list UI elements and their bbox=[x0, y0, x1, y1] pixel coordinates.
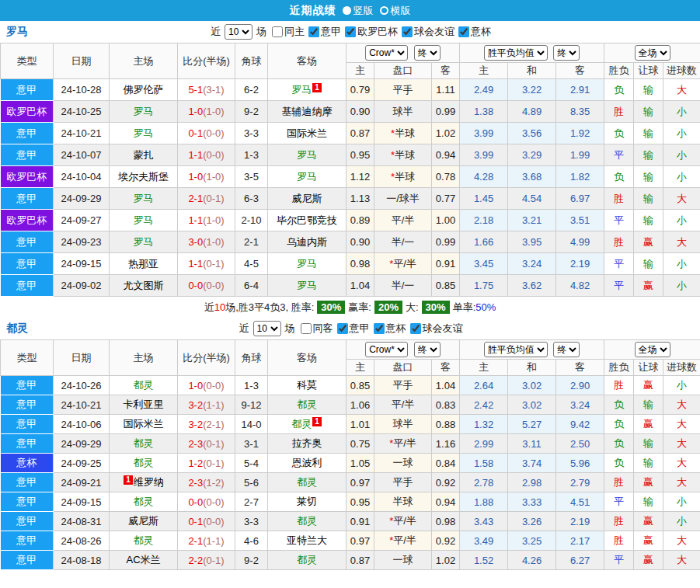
league-filter-checkbox[interactable]: 意甲 bbox=[337, 322, 370, 336]
away-team-name[interactable]: 罗马 bbox=[297, 149, 317, 161]
layout-radio-horizontal[interactable]: 横版 bbox=[380, 4, 411, 18]
odds-time-select[interactable]: 终 bbox=[414, 45, 441, 61]
handicap-line: 半球 bbox=[374, 492, 432, 512]
away-team-name[interactable]: 都灵 bbox=[297, 554, 317, 565]
summary-segment: 赢率: bbox=[348, 301, 371, 315]
league-filter-checkbox-input[interactable] bbox=[308, 26, 319, 37]
league-filter-checkbox-input[interactable] bbox=[402, 26, 413, 37]
mean-time-select[interactable]: 终 bbox=[553, 45, 580, 61]
home-team-name[interactable]: 热那亚 bbox=[128, 258, 158, 270]
away-team-name[interactable]: 乌迪内斯 bbox=[287, 236, 327, 248]
away-odds: 1.16 bbox=[432, 434, 460, 454]
away-team-name[interactable]: 亚特兰大 bbox=[287, 534, 327, 546]
home-team-name[interactable]: 都灵 bbox=[134, 379, 154, 391]
match-count-select[interactable]: 10 bbox=[253, 321, 281, 336]
home-team-name[interactable]: 佛罗伦萨 bbox=[124, 84, 164, 96]
result-outcome: 胜 bbox=[604, 376, 634, 395]
home-team-name[interactable]: AC米兰 bbox=[126, 554, 160, 565]
away-odds: 1.00 bbox=[432, 210, 460, 231]
mean-time-select[interactable]: 终 bbox=[553, 342, 580, 357]
col-home: 主场 bbox=[110, 340, 178, 376]
mean-type-select[interactable]: 胜平负均值 bbox=[484, 45, 548, 61]
league-filter-checkbox-input[interactable] bbox=[374, 323, 385, 334]
league-filter-checkbox[interactable]: 球会友谊 bbox=[410, 322, 463, 336]
radio-label[interactable]: 竖版 bbox=[353, 4, 374, 18]
radio-label[interactable]: 横版 bbox=[391, 4, 411, 18]
mean-home: 2.18 bbox=[460, 210, 508, 231]
same-venue-checkbox-input[interactable] bbox=[272, 26, 283, 37]
home-team-name[interactable]: 都灵 bbox=[134, 496, 154, 507]
scope-select[interactable]: 全场 bbox=[635, 342, 670, 357]
games-label: 场 bbox=[285, 322, 295, 336]
away-team-cell: 罗马 bbox=[268, 144, 347, 166]
mean-home: 1.32 bbox=[460, 415, 508, 434]
home-team-name[interactable]: 卡利亚里 bbox=[124, 398, 164, 410]
home-team-name[interactable]: 都灵 bbox=[134, 534, 154, 546]
away-team-name[interactable]: 都灵 bbox=[297, 515, 317, 527]
league-filter-checkbox-input[interactable] bbox=[345, 26, 356, 37]
col-type: 类型 bbox=[1, 340, 54, 376]
scope-select[interactable]: 全场 bbox=[635, 45, 670, 61]
away-team-name[interactable]: 都灵 bbox=[297, 398, 317, 410]
odds-time-select[interactable]: 终 bbox=[414, 342, 441, 357]
same-venue-checkbox-input[interactable] bbox=[301, 323, 312, 334]
away-team-name[interactable]: 罗马 bbox=[297, 258, 317, 270]
home-team-cell: 罗马 bbox=[110, 210, 178, 231]
home-team-name[interactable]: 维罗纳 bbox=[134, 476, 164, 488]
away-team-cell: 都灵 bbox=[268, 395, 347, 415]
radio-selected-icon[interactable] bbox=[343, 6, 351, 15]
match-row: 意甲24-10-21卡利亚里3-2(1-1)9-12都灵1.06平/半0.832… bbox=[1, 395, 700, 415]
home-team-name[interactable]: 威尼斯 bbox=[128, 515, 158, 527]
odds-company-select[interactable]: Crow* bbox=[365, 45, 408, 61]
away-team-name[interactable]: 科莫 bbox=[297, 379, 317, 391]
result-outcome: 胜 bbox=[604, 531, 634, 551]
away-team-name[interactable]: 罗马 bbox=[291, 84, 312, 96]
league-filter-checkbox-input[interactable] bbox=[410, 323, 421, 334]
home-team-name[interactable]: 国际米兰 bbox=[124, 418, 164, 430]
league-filter-checkbox[interactable]: 意杯 bbox=[374, 322, 406, 336]
mean-type-select[interactable]: 胜平负均值 bbox=[484, 342, 548, 357]
home-team-name[interactable]: 罗马 bbox=[134, 127, 154, 139]
home-team-name[interactable]: 罗马 bbox=[134, 193, 154, 204]
league-filter-checkbox[interactable]: 欧罗巴杯 bbox=[345, 25, 398, 39]
away-team-name[interactable]: 威尼斯 bbox=[292, 193, 322, 204]
home-team-name[interactable]: 罗马 bbox=[134, 236, 154, 248]
league-filter-checkbox-input[interactable] bbox=[337, 323, 348, 334]
away-team-name[interactable]: 恩波利 bbox=[292, 457, 322, 468]
home-team-name[interactable]: 埃尔夫斯堡 bbox=[118, 171, 169, 183]
home-team-name[interactable]: 罗马 bbox=[134, 214, 154, 226]
away-team-name[interactable]: 都灵 bbox=[297, 476, 317, 488]
col-handicap: 盘口 bbox=[374, 360, 432, 376]
league-type-badge: 意甲 bbox=[1, 188, 54, 210]
league-filter-checkbox[interactable]: 意甲 bbox=[308, 25, 341, 39]
away-team-name[interactable]: 罗马 bbox=[297, 171, 317, 183]
league-filter-checkbox[interactable]: 球会友谊 bbox=[402, 25, 454, 39]
away-team-name[interactable]: 毕尔巴鄂竞技 bbox=[277, 214, 337, 226]
away-team-name[interactable]: 基辅迪纳摩 bbox=[282, 106, 333, 117]
away-team-name[interactable]: 拉齐奥 bbox=[292, 437, 322, 449]
layout-radio-vertical[interactable]: 竖版 bbox=[343, 4, 374, 18]
mean-away: 2.90 bbox=[556, 376, 604, 395]
league-filter-checkbox-input[interactable] bbox=[458, 26, 469, 37]
home-team-name[interactable]: 罗马 bbox=[134, 106, 154, 117]
home-team-cell: 罗马 bbox=[110, 188, 178, 210]
away-team-name[interactable]: 莱切 bbox=[297, 496, 317, 507]
away-team-name[interactable]: 罗马 bbox=[297, 280, 317, 291]
radio-unselected-icon[interactable] bbox=[380, 6, 388, 15]
handicap-text: 平/半 bbox=[393, 515, 416, 527]
halftime-score: (0-0) bbox=[203, 380, 224, 391]
home-team-name[interactable]: 都灵 bbox=[134, 457, 154, 468]
league-filter-checkbox[interactable]: 意杯 bbox=[458, 25, 491, 39]
away-team-name[interactable]: 都灵 bbox=[291, 418, 312, 430]
home-team-name[interactable]: 尤文图斯 bbox=[124, 280, 164, 291]
odds-company-select[interactable]: Crow* bbox=[365, 342, 408, 357]
mean-draw: 4.54 bbox=[508, 188, 556, 210]
same-venue-checkbox[interactable]: 同客 bbox=[301, 322, 333, 336]
home-team-name[interactable]: 蒙扎 bbox=[134, 149, 154, 161]
same-venue-checkbox[interactable]: 同主 bbox=[272, 25, 305, 39]
match-count-select[interactable]: 10 bbox=[225, 24, 252, 40]
home-team-name[interactable]: 都灵 bbox=[134, 437, 154, 449]
corner-count: 2-1 bbox=[235, 231, 268, 253]
match-row: 意甲24-10-07蒙扎1-1(0-0)1-3罗马0.95*半球0.943.99… bbox=[1, 144, 700, 166]
away-team-name[interactable]: 国际米兰 bbox=[287, 127, 327, 139]
